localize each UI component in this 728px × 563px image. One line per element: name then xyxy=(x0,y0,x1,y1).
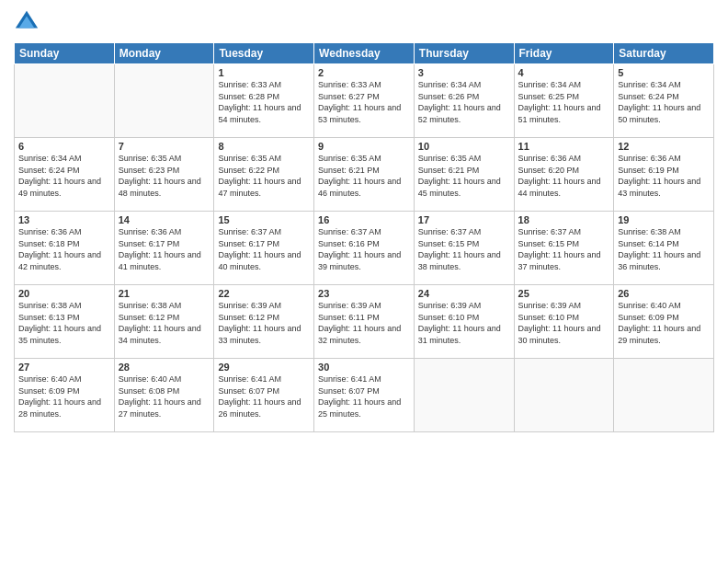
calendar-header-tuesday: Tuesday xyxy=(214,43,314,64)
calendar-cell: 18Sunrise: 6:37 AMSunset: 6:15 PMDayligh… xyxy=(514,212,614,285)
calendar-header-sunday: Sunday xyxy=(15,43,115,64)
day-info: Sunrise: 6:33 AMSunset: 6:28 PMDaylight:… xyxy=(218,79,310,125)
calendar-cell: 19Sunrise: 6:38 AMSunset: 6:14 PMDayligh… xyxy=(614,212,714,285)
day-number: 14 xyxy=(119,214,210,225)
day-number: 24 xyxy=(418,288,510,299)
day-info: Sunrise: 6:35 AMSunset: 6:21 PMDaylight:… xyxy=(418,153,510,199)
day-number: 28 xyxy=(119,362,210,373)
day-number: 8 xyxy=(218,141,310,152)
day-info: Sunrise: 6:37 AMSunset: 6:15 PMDaylight:… xyxy=(518,226,610,272)
day-number: 16 xyxy=(318,214,410,225)
day-number: 23 xyxy=(318,288,410,299)
day-info: Sunrise: 6:37 AMSunset: 6:17 PMDaylight:… xyxy=(218,226,310,272)
day-info: Sunrise: 6:38 AMSunset: 6:13 PMDaylight:… xyxy=(18,300,110,346)
day-number: 11 xyxy=(518,141,610,152)
day-number: 29 xyxy=(218,362,310,373)
day-info: Sunrise: 6:39 AMSunset: 6:10 PMDaylight:… xyxy=(418,300,510,346)
calendar-cell: 29Sunrise: 6:41 AMSunset: 6:07 PMDayligh… xyxy=(214,359,314,432)
calendar: SundayMondayTuesdayWednesdayThursdayFrid… xyxy=(14,42,714,432)
calendar-header-wednesday: Wednesday xyxy=(314,43,415,64)
calendar-cell: 6Sunrise: 6:34 AMSunset: 6:24 PMDaylight… xyxy=(15,138,115,212)
day-number: 30 xyxy=(318,362,410,373)
day-number: 4 xyxy=(518,67,610,78)
day-info: Sunrise: 6:36 AMSunset: 6:20 PMDaylight:… xyxy=(518,153,610,199)
day-number: 9 xyxy=(318,141,410,152)
calendar-cell: 11Sunrise: 6:36 AMSunset: 6:20 PMDayligh… xyxy=(514,138,614,212)
calendar-cell: 7Sunrise: 6:35 AMSunset: 6:23 PMDaylight… xyxy=(114,138,214,212)
day-info: Sunrise: 6:41 AMSunset: 6:07 PMDaylight:… xyxy=(318,373,410,419)
day-info: Sunrise: 6:34 AMSunset: 6:25 PMDaylight:… xyxy=(518,79,610,125)
day-info: Sunrise: 6:33 AMSunset: 6:27 PMDaylight:… xyxy=(318,79,410,125)
day-info: Sunrise: 6:38 AMSunset: 6:12 PMDaylight:… xyxy=(119,300,210,346)
day-info: Sunrise: 6:36 AMSunset: 6:18 PMDaylight:… xyxy=(18,226,110,272)
day-info: Sunrise: 6:36 AMSunset: 6:17 PMDaylight:… xyxy=(119,226,210,272)
calendar-cell: 12Sunrise: 6:36 AMSunset: 6:19 PMDayligh… xyxy=(614,138,714,212)
day-number: 27 xyxy=(18,362,110,373)
day-number: 10 xyxy=(418,141,510,152)
calendar-week-0: 1Sunrise: 6:33 AMSunset: 6:28 PMDaylight… xyxy=(15,64,714,138)
calendar-header-saturday: Saturday xyxy=(614,43,714,64)
calendar-cell: 13Sunrise: 6:36 AMSunset: 6:18 PMDayligh… xyxy=(15,212,115,285)
calendar-cell: 30Sunrise: 6:41 AMSunset: 6:07 PMDayligh… xyxy=(314,359,415,432)
logo-icon xyxy=(14,9,40,35)
calendar-cell: 8Sunrise: 6:35 AMSunset: 6:22 PMDaylight… xyxy=(214,138,314,212)
calendar-week-2: 13Sunrise: 6:36 AMSunset: 6:18 PMDayligh… xyxy=(15,212,714,285)
calendar-header-friday: Friday xyxy=(514,43,614,64)
day-number: 21 xyxy=(119,288,210,299)
day-info: Sunrise: 6:35 AMSunset: 6:21 PMDaylight:… xyxy=(318,153,410,199)
calendar-cell: 1Sunrise: 6:33 AMSunset: 6:28 PMDaylight… xyxy=(214,64,314,138)
day-info: Sunrise: 6:34 AMSunset: 6:24 PMDaylight:… xyxy=(18,153,110,199)
day-number: 19 xyxy=(618,214,710,225)
calendar-cell: 4Sunrise: 6:34 AMSunset: 6:25 PMDaylight… xyxy=(514,64,614,138)
day-info: Sunrise: 6:40 AMSunset: 6:09 PMDaylight:… xyxy=(618,300,710,346)
day-info: Sunrise: 6:39 AMSunset: 6:11 PMDaylight:… xyxy=(318,300,410,346)
calendar-week-1: 6Sunrise: 6:34 AMSunset: 6:24 PMDaylight… xyxy=(15,138,714,212)
day-number: 18 xyxy=(518,214,610,225)
day-number: 3 xyxy=(418,67,510,78)
calendar-cell xyxy=(15,64,115,138)
day-info: Sunrise: 6:36 AMSunset: 6:19 PMDaylight:… xyxy=(618,153,710,199)
calendar-cell: 10Sunrise: 6:35 AMSunset: 6:21 PMDayligh… xyxy=(414,138,514,212)
calendar-cell: 26Sunrise: 6:40 AMSunset: 6:09 PMDayligh… xyxy=(614,285,714,359)
calendar-cell: 22Sunrise: 6:39 AMSunset: 6:12 PMDayligh… xyxy=(214,285,314,359)
day-number: 12 xyxy=(618,141,710,152)
calendar-header-thursday: Thursday xyxy=(414,43,514,64)
calendar-cell: 5Sunrise: 6:34 AMSunset: 6:24 PMDaylight… xyxy=(614,64,714,138)
day-info: Sunrise: 6:39 AMSunset: 6:10 PMDaylight:… xyxy=(518,300,610,346)
day-info: Sunrise: 6:34 AMSunset: 6:26 PMDaylight:… xyxy=(418,79,510,125)
calendar-cell xyxy=(114,64,214,138)
calendar-cell: 24Sunrise: 6:39 AMSunset: 6:10 PMDayligh… xyxy=(414,285,514,359)
calendar-week-3: 20Sunrise: 6:38 AMSunset: 6:13 PMDayligh… xyxy=(15,285,714,359)
calendar-cell xyxy=(514,359,614,432)
calendar-cell: 25Sunrise: 6:39 AMSunset: 6:10 PMDayligh… xyxy=(514,285,614,359)
day-number: 25 xyxy=(518,288,610,299)
calendar-cell: 16Sunrise: 6:37 AMSunset: 6:16 PMDayligh… xyxy=(314,212,415,285)
calendar-cell xyxy=(414,359,514,432)
calendar-cell: 21Sunrise: 6:38 AMSunset: 6:12 PMDayligh… xyxy=(114,285,214,359)
day-info: Sunrise: 6:34 AMSunset: 6:24 PMDaylight:… xyxy=(618,79,710,125)
calendar-cell: 27Sunrise: 6:40 AMSunset: 6:09 PMDayligh… xyxy=(15,359,115,432)
day-info: Sunrise: 6:41 AMSunset: 6:07 PMDaylight:… xyxy=(218,373,310,419)
page-header xyxy=(14,9,714,35)
day-number: 7 xyxy=(119,141,210,152)
calendar-cell xyxy=(614,359,714,432)
calendar-cell: 2Sunrise: 6:33 AMSunset: 6:27 PMDaylight… xyxy=(314,64,415,138)
day-info: Sunrise: 6:38 AMSunset: 6:14 PMDaylight:… xyxy=(618,226,710,272)
calendar-cell: 14Sunrise: 6:36 AMSunset: 6:17 PMDayligh… xyxy=(114,212,214,285)
day-number: 1 xyxy=(218,67,310,78)
day-info: Sunrise: 6:40 AMSunset: 6:09 PMDaylight:… xyxy=(18,373,110,419)
day-number: 15 xyxy=(218,214,310,225)
day-info: Sunrise: 6:35 AMSunset: 6:22 PMDaylight:… xyxy=(218,153,310,199)
day-number: 26 xyxy=(618,288,710,299)
day-number: 5 xyxy=(618,67,710,78)
calendar-week-4: 27Sunrise: 6:40 AMSunset: 6:09 PMDayligh… xyxy=(15,359,714,432)
calendar-header-row: SundayMondayTuesdayWednesdayThursdayFrid… xyxy=(15,43,714,64)
day-number: 20 xyxy=(18,288,110,299)
calendar-cell: 9Sunrise: 6:35 AMSunset: 6:21 PMDaylight… xyxy=(314,138,415,212)
day-info: Sunrise: 6:37 AMSunset: 6:15 PMDaylight:… xyxy=(418,226,510,272)
calendar-cell: 23Sunrise: 6:39 AMSunset: 6:11 PMDayligh… xyxy=(314,285,415,359)
day-number: 6 xyxy=(18,141,110,152)
day-number: 17 xyxy=(418,214,510,225)
day-info: Sunrise: 6:40 AMSunset: 6:08 PMDaylight:… xyxy=(119,373,210,419)
day-info: Sunrise: 6:35 AMSunset: 6:23 PMDaylight:… xyxy=(119,153,210,199)
